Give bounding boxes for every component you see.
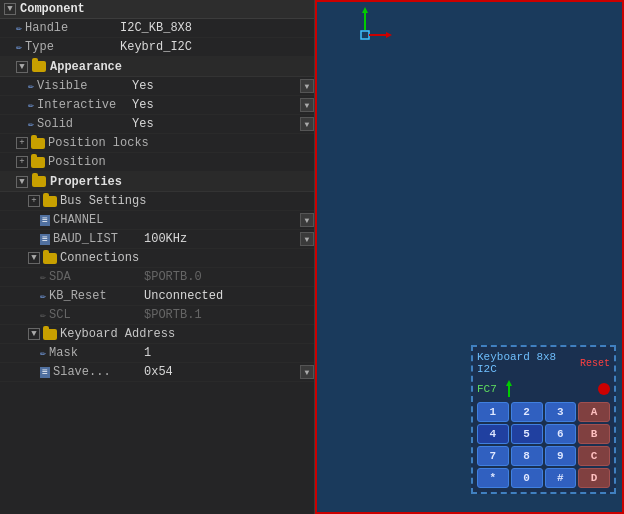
visible-row: ✏ Visible Yes ▼ bbox=[0, 77, 314, 96]
position-row[interactable]: + Position bbox=[0, 153, 314, 172]
bus-settings-row[interactable]: + Bus Settings bbox=[0, 192, 314, 211]
key-5[interactable]: 5 bbox=[511, 424, 543, 444]
fc7-row: FC7 bbox=[477, 379, 610, 399]
key-hash[interactable]: # bbox=[545, 468, 577, 488]
mask-value: 1 bbox=[140, 346, 314, 360]
appearance-section[interactable]: ▼ Appearance bbox=[0, 57, 314, 77]
kb-reset-value: Unconnected bbox=[140, 289, 314, 303]
sda-label: ✏ SDA bbox=[40, 270, 140, 284]
slave-label: ≡ Slave... bbox=[40, 365, 140, 379]
slave-row: ≡ Slave... 0x54 ▼ bbox=[0, 363, 314, 382]
axes-widget bbox=[335, 5, 395, 65]
position-locks-folder-icon bbox=[31, 138, 45, 149]
scl-label: ✏ SCL bbox=[40, 308, 140, 322]
connections-folder-icon bbox=[43, 253, 57, 264]
key-star[interactable]: * bbox=[477, 468, 509, 488]
key-1[interactable]: 1 bbox=[477, 402, 509, 422]
visible-value[interactable]: Yes ▼ bbox=[128, 79, 314, 93]
mask-row: ✏ Mask 1 bbox=[0, 344, 314, 363]
key-B[interactable]: B bbox=[578, 424, 610, 444]
key-2[interactable]: 2 bbox=[511, 402, 543, 422]
channel-label: ≡ CHANNEL bbox=[40, 213, 140, 227]
fc7-label: FC7 bbox=[477, 383, 497, 395]
fc7-arrow-icon bbox=[501, 379, 517, 399]
solid-value[interactable]: Yes ▼ bbox=[128, 117, 314, 131]
key-A[interactable]: A bbox=[578, 402, 610, 422]
svg-rect-0 bbox=[361, 31, 369, 39]
key-9[interactable]: 9 bbox=[545, 446, 577, 466]
kb-reset-label: ✏ KB_Reset bbox=[40, 289, 140, 303]
component-header: ▼ Component bbox=[0, 0, 314, 19]
component-title: Component bbox=[20, 2, 85, 16]
bus-settings-expand[interactable]: + bbox=[28, 195, 40, 207]
keyboard-address-folder-icon bbox=[43, 329, 57, 340]
properties-folder-icon bbox=[32, 176, 46, 187]
svg-marker-2 bbox=[362, 7, 368, 13]
red-indicator bbox=[598, 383, 610, 395]
properties-expand-icon[interactable]: ▼ bbox=[16, 176, 28, 188]
canvas-panel: Keyboard 8x8 I2C Reset FC7 1 2 3 A 4 5 6… bbox=[315, 0, 624, 514]
connections-col: ▼ Connections bbox=[28, 251, 139, 265]
solid-row: ✏ Solid Yes ▼ bbox=[0, 115, 314, 134]
interactive-dropdown[interactable]: ▼ bbox=[300, 98, 314, 112]
kb-reset-row: ✏ KB_Reset Unconnected bbox=[0, 287, 314, 306]
slave-dropdown[interactable]: ▼ bbox=[300, 365, 314, 379]
channel-dropdown[interactable]: ▼ bbox=[300, 213, 314, 227]
scl-value: $PORTB.1 bbox=[140, 308, 314, 322]
key-C[interactable]: C bbox=[578, 446, 610, 466]
bus-settings-folder-icon bbox=[43, 196, 57, 207]
properties-section[interactable]: ▼ Properties bbox=[0, 172, 314, 192]
baud-list-label: ≡ BAUD_LIST bbox=[40, 232, 140, 246]
keyboard-address-row[interactable]: ▼ Keyboard Address bbox=[0, 325, 314, 344]
keyboard-widget-header: Keyboard 8x8 I2C Reset bbox=[477, 351, 610, 375]
handle-row: ✏ Handle I2C_KB_8X8 bbox=[0, 19, 314, 38]
interactive-label: ✏ Interactive bbox=[28, 98, 128, 112]
key-8[interactable]: 8 bbox=[511, 446, 543, 466]
visible-label: ✏ Visible bbox=[28, 79, 128, 93]
connections-expand[interactable]: ▼ bbox=[28, 252, 40, 264]
key-D[interactable]: D bbox=[578, 468, 610, 488]
interactive-value[interactable]: Yes ▼ bbox=[128, 98, 314, 112]
scl-row: ✏ SCL $PORTB.1 bbox=[0, 306, 314, 325]
key-3[interactable]: 3 bbox=[545, 402, 577, 422]
baud-list-row: ≡ BAUD_LIST 100KHz ▼ bbox=[0, 230, 314, 249]
key-4[interactable]: 4 bbox=[477, 424, 509, 444]
appearance-expand-icon[interactable]: ▼ bbox=[16, 61, 28, 73]
appearance-folder-icon bbox=[32, 61, 46, 72]
mask-label: ✏ Mask bbox=[40, 346, 140, 360]
type-value: Keybrd_I2C bbox=[116, 40, 314, 54]
baud-dropdown[interactable]: ▼ bbox=[300, 232, 314, 246]
position-locks-expand[interactable]: + bbox=[16, 137, 28, 149]
key-grid: 1 2 3 A 4 5 6 B 7 8 9 C * 0 # D bbox=[477, 402, 610, 488]
solid-label: ✏ Solid bbox=[28, 117, 128, 131]
type-label: ✏ Type bbox=[16, 40, 116, 54]
solid-dropdown[interactable]: ▼ bbox=[300, 117, 314, 131]
component-expand-icon[interactable]: ▼ bbox=[4, 3, 16, 15]
channel-value[interactable]: ▼ bbox=[140, 213, 314, 227]
sda-row: ✏ SDA $PORTB.0 bbox=[0, 268, 314, 287]
position-label-col: + Position bbox=[16, 155, 106, 169]
position-locks-row[interactable]: + Position locks bbox=[0, 134, 314, 153]
handle-value: I2C_KB_8X8 bbox=[116, 21, 314, 35]
svg-marker-6 bbox=[506, 380, 512, 386]
position-locks-label-col: + Position locks bbox=[16, 136, 149, 150]
svg-marker-4 bbox=[386, 32, 392, 38]
keyboard-reset-label: Reset bbox=[580, 358, 610, 369]
key-6[interactable]: 6 bbox=[545, 424, 577, 444]
properties-panel: ▼ Component ✏ Handle I2C_KB_8X8 ✏ Type K… bbox=[0, 0, 315, 514]
key-0[interactable]: 0 bbox=[511, 468, 543, 488]
keyboard-address-expand[interactable]: ▼ bbox=[28, 328, 40, 340]
connections-row[interactable]: ▼ Connections bbox=[0, 249, 314, 268]
sda-value: $PORTB.0 bbox=[140, 270, 314, 284]
position-folder-icon bbox=[31, 157, 45, 168]
channel-row: ≡ CHANNEL ▼ bbox=[0, 211, 314, 230]
handle-label: ✏ Handle bbox=[16, 21, 116, 35]
baud-list-value[interactable]: 100KHz ▼ bbox=[140, 232, 314, 246]
keyboard-address-col: ▼ Keyboard Address bbox=[28, 327, 175, 341]
slave-value[interactable]: 0x54 ▼ bbox=[140, 365, 314, 379]
visible-dropdown[interactable]: ▼ bbox=[300, 79, 314, 93]
type-row: ✏ Type Keybrd_I2C bbox=[0, 38, 314, 57]
key-7[interactable]: 7 bbox=[477, 446, 509, 466]
position-expand[interactable]: + bbox=[16, 156, 28, 168]
keyboard-widget: Keyboard 8x8 I2C Reset FC7 1 2 3 A 4 5 6… bbox=[471, 345, 616, 494]
